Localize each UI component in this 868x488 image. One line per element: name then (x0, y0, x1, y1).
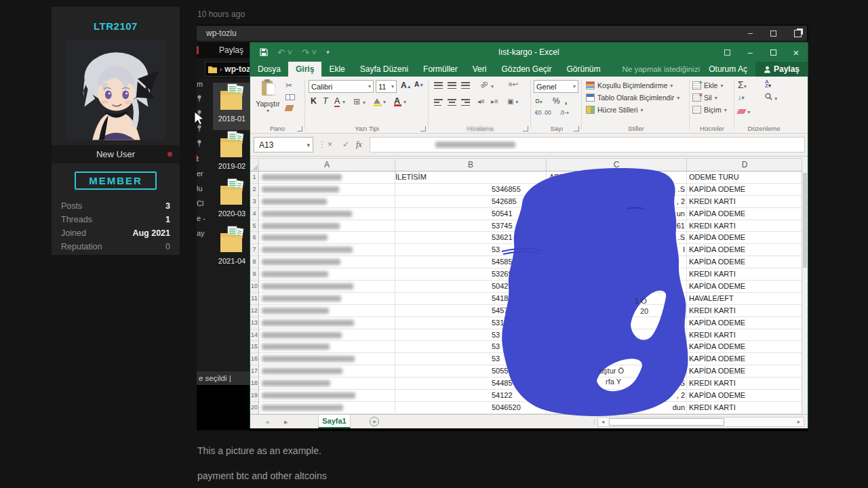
font-name-select[interactable]: Calibri▾ (309, 80, 374, 93)
cell-name-redacted[interactable] (259, 341, 395, 353)
orientation-dropdown-icon[interactable]: ▾ (491, 83, 494, 89)
excel-tab-giri-[interactable]: Giriş (288, 62, 321, 77)
avatar[interactable] (66, 39, 165, 141)
cell-phone[interactable]: 50541 (395, 208, 547, 220)
cell-payment[interactable]: KAPİDA ODEME (687, 365, 803, 378)
cell-address[interactable] (547, 341, 687, 353)
hscroll-right-icon[interactable]: ▸ (794, 418, 804, 426)
excel-minimize-icon[interactable]: – (738, 47, 762, 58)
cell-name-redacted[interactable] (259, 184, 395, 196)
row-number[interactable]: 1 (250, 171, 259, 184)
bold-button[interactable]: K (311, 96, 317, 106)
increase-decimal-icon[interactable]: €0 .00 (535, 109, 551, 116)
excel-titlebar[interactable]: ↶ ˅ ↷ ˅ ▾ lıst-kargo - Excel – × (250, 43, 808, 62)
cell-name-redacted[interactable] (259, 256, 395, 268)
cells-button[interactable]: Biçim▾ (692, 104, 727, 116)
formula-input[interactable] (370, 137, 805, 152)
row-number[interactable]: 16 (250, 353, 259, 365)
ribbon-display-options-icon[interactable] (715, 47, 738, 58)
cell-address[interactable]: ADRES (547, 171, 687, 184)
cell-payment[interactable]: KAPİDA ODEME (687, 390, 803, 402)
cell-address[interactable]: 61 (547, 220, 687, 232)
row-number[interactable]: 6 (250, 232, 259, 244)
copy-icon[interactable] (285, 93, 295, 102)
cell-name-redacted[interactable] (259, 208, 395, 220)
align-top-icon[interactable] (434, 82, 443, 89)
styles-button[interactable]: Koşullu Biçimlendirme▾ (586, 79, 679, 92)
align-right-icon[interactable] (461, 99, 470, 106)
pin-icon[interactable] (197, 140, 206, 146)
cell-name-redacted[interactable] (259, 281, 395, 293)
cell-phone[interactable]: 50425 (395, 281, 547, 293)
font-dialog-launcher-icon[interactable] (420, 126, 426, 131)
cancel-icon[interactable]: × (328, 137, 332, 152)
excel-grid-body[interactable]: 1İLETİSİMADRESODEME TURU25346855.SKAPİDA… (250, 171, 803, 414)
cell-address[interactable] (547, 353, 687, 365)
cell-payment[interactable]: KREDI KARTI (687, 402, 803, 414)
folder-item[interactable]: 2021-04 (213, 225, 251, 272)
cell-phone[interactable]: 5418 (395, 293, 547, 305)
wrap-text-icon[interactable]: ≡↩ (509, 81, 518, 88)
cell-address[interactable]: un (547, 208, 687, 220)
cell-address[interactable]: I (547, 244, 687, 256)
column-header-b[interactable]: B (395, 159, 547, 171)
cell-name-redacted[interactable] (259, 171, 395, 184)
cell-payment[interactable]: KREDI KARTI (687, 268, 803, 281)
explorer-tab-paylas[interactable]: Paylaş (219, 45, 243, 55)
styles-button[interactable]: Hücre Stilleri▾ (586, 104, 679, 116)
share-button[interactable]: Paylaş (755, 62, 808, 77)
excel-tab-g-r-n-m[interactable]: Görünüm (559, 62, 608, 77)
cell-name-redacted[interactable] (259, 232, 395, 244)
underline-button[interactable]: A (334, 96, 340, 107)
comma-icon[interactable]: , (565, 96, 567, 106)
cell-payment[interactable]: KREDI KARTI (687, 378, 803, 390)
explorer-minimize-icon[interactable]: – (748, 26, 753, 41)
cell-name-redacted[interactable] (259, 220, 395, 232)
align-bottom-icon[interactable] (461, 82, 470, 89)
cell-name-redacted[interactable] (259, 402, 395, 414)
row-number[interactable]: 7 (250, 244, 259, 256)
cells-button[interactable]: ×Sil▾ (692, 92, 727, 104)
cell-name-redacted[interactable] (259, 365, 395, 378)
cell-name-redacted[interactable] (259, 268, 395, 281)
cell-payment[interactable]: KREDI KARTI (687, 329, 803, 342)
number-dialog-launcher-icon[interactable] (574, 126, 579, 131)
cell-address[interactable]: dun (547, 402, 687, 414)
sheet-nav-prev-icon[interactable]: ◂ (265, 415, 269, 428)
cell-payment[interactable]: KAPİDA ODEME (687, 256, 803, 268)
folder-item[interactable]: 2019-02 (213, 130, 251, 178)
excel-tab-g-zden-ge-ir[interactable]: Gözden Geçir (494, 62, 559, 77)
decrease-indent-icon[interactable]: ◂≡ (477, 98, 485, 105)
cell-phone[interactable]: 5046520 (395, 402, 547, 414)
accounting-format-icon[interactable]: ¤▾ (535, 96, 542, 106)
insert-function-icon[interactable]: fx (356, 137, 362, 152)
excel-maximize-icon[interactable] (762, 47, 785, 58)
hscroll-left-icon[interactable]: ◂ (598, 418, 608, 426)
row-number[interactable]: 15 (250, 341, 259, 353)
number-format-select[interactable]: Genel▾ (534, 80, 578, 93)
sidebar-item-fragment[interactable]: m (197, 80, 206, 87)
cell-address[interactable]: S (547, 378, 687, 390)
row-number[interactable]: 14 (250, 329, 259, 342)
cell-address[interactable] (547, 329, 687, 342)
cell-payment[interactable]: KAPİDA ODEME (687, 232, 803, 244)
sidebar-item-fragment[interactable]: t (197, 155, 206, 161)
row-number[interactable]: 17 (250, 365, 259, 378)
cell-phone[interactable]: 5457 (395, 305, 547, 317)
column-header-a[interactable]: A (259, 159, 395, 171)
cell-payment[interactable]: KAPİDA ODEME (687, 184, 803, 196)
pin-icon[interactable] (197, 95, 206, 102)
cell-phone[interactable]: İLETİSİM (395, 171, 547, 184)
post-image[interactable]: wp-tozlu – Paylaş › wp-toz mte (197, 24, 808, 431)
cell-name-redacted[interactable] (259, 305, 395, 317)
cell-payment[interactable]: KAPİDA ODEME (687, 281, 803, 293)
cell-name-redacted[interactable] (259, 244, 395, 256)
cell-name-redacted[interactable] (259, 390, 395, 402)
cell-payment[interactable]: KAPİDA ODEME (687, 341, 803, 353)
sort-filter-icon[interactable]: AZ▾ (765, 80, 771, 88)
cell-phone[interactable]: 54585 (395, 256, 547, 268)
find-select-icon[interactable]: ▾ (765, 93, 777, 102)
cell-address[interactable] (547, 293, 687, 305)
row-number[interactable]: 20 (250, 402, 259, 414)
cell-payment[interactable]: KAPİDA ODEME (687, 244, 803, 256)
